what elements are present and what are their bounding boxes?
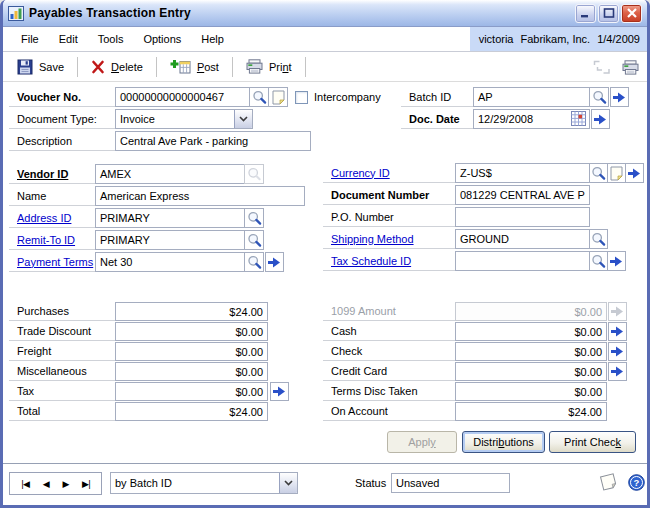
shipping-method-lookup-button[interactable] — [589, 229, 608, 249]
menu-edit[interactable]: Edit — [49, 30, 88, 48]
print-setup-icon[interactable] — [622, 60, 639, 75]
tax-field[interactable]: $0.00 — [115, 382, 268, 401]
record-note-icon[interactable] — [597, 471, 621, 493]
window-title: Payables Transaction Entry — [29, 6, 191, 20]
apply-button[interactable]: Apply — [387, 431, 457, 453]
doc-date-label: Doc. Date — [401, 109, 473, 129]
minimize-button[interactable] — [575, 4, 596, 23]
currency-id-label[interactable]: Currency ID — [323, 163, 455, 183]
payment-terms-label[interactable]: Payment Terms — [9, 252, 95, 272]
browse-by-dropdown-button[interactable] — [279, 473, 297, 493]
browse-by-combo[interactable]: by Batch ID — [110, 472, 298, 494]
lookup-magnifier-icon — [247, 211, 262, 226]
freight-label: Freight — [9, 342, 115, 361]
expansion-arrow-icon-disabled — [611, 306, 624, 317]
document-type-dropdown-button[interactable] — [234, 110, 252, 128]
footer-bar: |◀ ◀ ▶ ▶| by Batch ID Status Unsaved — [3, 463, 647, 502]
currency-id-field[interactable]: Z-US$ — [455, 163, 590, 183]
currency-id-note-button[interactable] — [607, 163, 626, 183]
cash-expansion-button[interactable] — [608, 322, 627, 341]
tax-schedule-id-label[interactable]: Tax Schedule ID — [323, 251, 455, 271]
nav-previous-record-button[interactable]: ◀ — [43, 479, 49, 489]
tax-expansion-button[interactable] — [270, 382, 289, 401]
description-field[interactable]: Central Ave Park - parking — [115, 131, 311, 151]
print-icon — [246, 59, 263, 74]
distributions-button[interactable]: Distributions — [462, 431, 545, 453]
trade-discount-field[interactable]: $0.00 — [115, 322, 268, 341]
session-company: Fabrikam, Inc. — [520, 33, 590, 45]
credit-card-field[interactable]: $0.00 — [455, 362, 607, 381]
save-button[interactable]: Save — [13, 57, 68, 77]
description-label: Description — [9, 131, 115, 151]
toolbar-separator — [305, 57, 306, 77]
address-id-label[interactable]: Address ID — [9, 208, 95, 228]
menu-options[interactable]: Options — [133, 30, 191, 48]
cash-field[interactable]: $0.00 — [455, 322, 607, 341]
menu-file[interactable]: File — [11, 30, 49, 48]
payment-terms-field[interactable]: Net 30 — [95, 252, 245, 272]
expansion-arrow-icon — [273, 386, 286, 397]
shipping-method-field[interactable]: GROUND — [455, 229, 590, 249]
address-id-field[interactable]: PRIMARY — [95, 208, 245, 228]
voucher-number-field[interactable]: 00000000000000467 — [115, 87, 250, 107]
remit-to-id-field[interactable]: PRIMARY — [95, 230, 245, 250]
post-button[interactable]: Post — [166, 57, 223, 76]
print-check-button[interactable]: Print Check — [549, 431, 636, 453]
maximize-button[interactable] — [598, 4, 619, 23]
remit-to-id-label[interactable]: Remit-To ID — [9, 230, 95, 250]
tax-schedule-id-lookup-button[interactable] — [589, 251, 608, 271]
check-expansion-button[interactable] — [608, 342, 627, 361]
delete-button[interactable]: Delete — [87, 58, 147, 76]
tax-schedule-id-field[interactable] — [455, 251, 590, 271]
nav-first-record-button[interactable]: |◀ — [21, 479, 29, 489]
amount-1099-expansion-button-disabled[interactable] — [608, 302, 627, 321]
voucher-note-button[interactable] — [268, 87, 288, 107]
credit-card-label: Credit Card — [323, 362, 455, 381]
nav-next-record-button[interactable]: ▶ — [62, 479, 68, 489]
expansion-arrow-icon — [268, 257, 281, 268]
vendor-name-field[interactable]: American Express — [95, 186, 305, 206]
address-id-lookup-button[interactable] — [244, 208, 264, 228]
po-number-field[interactable] — [455, 207, 590, 227]
batch-id-lookup-button[interactable] — [589, 87, 609, 107]
payment-terms-expansion-button[interactable] — [265, 252, 284, 272]
close-button[interactable] — [621, 4, 642, 23]
calendar-icon[interactable] — [571, 111, 586, 126]
shipping-method-label[interactable]: Shipping Method — [323, 229, 455, 249]
payment-terms-lookup-button[interactable] — [244, 252, 264, 272]
voucher-lookup-button[interactable] — [249, 87, 269, 107]
cash-label: Cash — [323, 322, 455, 341]
menu-help[interactable]: Help — [191, 30, 234, 48]
document-number-field[interactable]: 081229 CENTRAL AVE P — [455, 185, 590, 205]
remit-to-id-lookup-button[interactable] — [244, 230, 264, 250]
expansion-arrow-icon — [611, 366, 624, 377]
window-layout-icon[interactable] — [593, 60, 610, 74]
help-icon[interactable]: ? — [628, 474, 645, 491]
menu-tools[interactable]: Tools — [88, 30, 134, 48]
total-label: Total — [9, 402, 115, 421]
doc-date-expansion-button[interactable] — [591, 109, 610, 129]
tax-label: Tax — [9, 382, 115, 401]
currency-id-expansion-button[interactable] — [625, 163, 644, 183]
nav-last-record-button[interactable]: ▶| — [82, 479, 90, 489]
intercompany-checkbox[interactable] — [295, 91, 308, 104]
check-field[interactable]: $0.00 — [455, 342, 607, 361]
titlebar[interactable]: Payables Transaction Entry — [3, 0, 647, 27]
on-account-field: $24.00 — [455, 402, 607, 421]
vendor-id-label[interactable]: Vendor ID — [9, 164, 95, 184]
freight-field[interactable]: $0.00 — [115, 342, 268, 361]
record-navigation: |◀ ◀ ▶ ▶| — [9, 472, 102, 495]
print-button[interactable]: Print — [242, 57, 296, 76]
document-type-combo[interactable]: Invoice — [115, 109, 253, 129]
credit-card-expansion-button[interactable] — [608, 362, 627, 381]
batch-id-expansion-button[interactable] — [610, 87, 629, 107]
vendor-id-field[interactable]: AMEX — [95, 164, 245, 184]
batch-id-field[interactable]: AP — [473, 87, 590, 107]
tax-schedule-id-expansion-button[interactable] — [607, 251, 626, 271]
currency-id-lookup-button[interactable] — [589, 163, 608, 183]
vendor-id-lookup-button-disabled[interactable] — [244, 164, 264, 184]
terms-disc-taken-field[interactable]: $0.00 — [455, 382, 607, 401]
purchases-field[interactable]: $24.00 — [115, 302, 268, 321]
miscellaneous-field[interactable]: $0.00 — [115, 362, 268, 381]
chevron-down-icon — [239, 116, 248, 122]
